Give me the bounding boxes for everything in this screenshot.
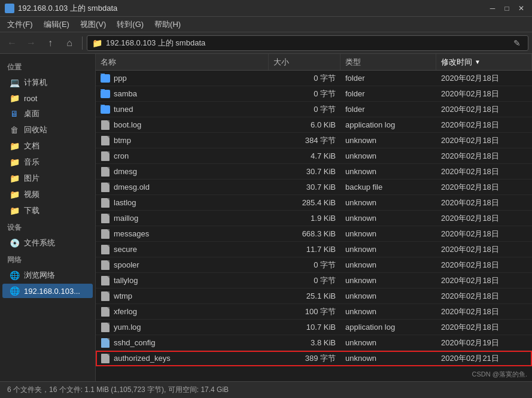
- table-row[interactable]: secure11.7 KiBunknown2020年02月18日: [96, 242, 532, 257]
- table-row[interactable]: tallylog0 字节unknown2020年02月18日: [96, 273, 532, 288]
- sidebar-item-root[interactable]: 📁 root: [2, 91, 93, 105]
- file-modified-cell: 2020年02月18日: [436, 229, 532, 239]
- table-row[interactable]: tuned0 字节folder2020年02月18日: [96, 102, 532, 117]
- table-row[interactable]: messages668.3 KiBunknown2020年02月18日: [96, 226, 532, 242]
- file-type-cell: unknown: [341, 291, 436, 300]
- sidebar-label-docs: 文档: [24, 141, 39, 151]
- table-row[interactable]: samba0 字节folder2020年02月18日: [96, 86, 532, 102]
- status-bar: 6 个文件夹，16 个文件: 1.1 MiB (1,105,723 字节), 可…: [0, 381, 532, 398]
- file-size-cell: 0 字节: [269, 104, 341, 115]
- table-row[interactable]: dmesg.old30.7 KiBbackup file2020年02月18日: [96, 180, 532, 195]
- toolbar: ← → ↑ ⌂ 📁 192.168.0.103 上的 smbdata ✎: [0, 32, 532, 54]
- file-name-cell: lastlog: [96, 198, 269, 208]
- menu-bar: 文件(F)编辑(E)视图(V)转到(G)帮助(H): [0, 17, 532, 32]
- col-modified[interactable]: 修改时间 ▼: [436, 54, 532, 70]
- up-button[interactable]: ↑: [42, 35, 59, 51]
- table-row[interactable]: btmp384 字节unknown2020年02月18日: [96, 133, 532, 148]
- sidebar-item-images[interactable]: 📁 图片: [2, 171, 93, 186]
- file-type-cell: unknown: [341, 198, 436, 207]
- table-row[interactable]: boot.log6.0 KiBapplication log2020年02月18…: [96, 117, 532, 133]
- minimize-button[interactable]: ─: [487, 3, 498, 14]
- table-row[interactable]: spooler0 字节unknown2020年02月18日: [96, 257, 532, 273]
- file-modified-cell: 2020年02月18日: [436, 260, 532, 271]
- file-modified-cell: 2020年02月18日: [436, 120, 532, 130]
- menu-item[interactable]: 视图(V): [75, 18, 111, 31]
- table-row[interactable]: authorized_keys389 字节unknown2020年02月21日: [96, 351, 532, 366]
- file-size-cell: 3.8 KiB: [269, 338, 341, 347]
- table-row[interactable]: maillog1.9 KiBunknown2020年02月18日: [96, 211, 532, 226]
- file-type-cell: unknown: [341, 276, 436, 285]
- col-size[interactable]: 大小: [269, 54, 341, 70]
- file-name: samba: [114, 89, 137, 98]
- table-row[interactable]: yum.log10.7 KiBapplication log2020年02月18…: [96, 320, 532, 335]
- file-size-cell: 4.7 KiB: [269, 151, 341, 160]
- file-type-cell: unknown: [341, 229, 436, 238]
- file-size-cell: 25.1 KiB: [269, 291, 341, 300]
- sidebar-item-192168[interactable]: 🌐 192.168.0.103...: [2, 284, 93, 298]
- file-name: secure: [114, 245, 137, 254]
- table-row[interactable]: xferlog100 字节unknown2020年02月18日: [96, 304, 532, 320]
- file-size-cell: 1.9 KiB: [269, 214, 341, 223]
- sidebar-label-desktop: 桌面: [24, 108, 39, 119]
- file-name-cell: tuned: [96, 105, 269, 114]
- file-modified-cell: 2020年02月18日: [436, 151, 532, 162]
- menu-item[interactable]: 文件(F): [2, 18, 38, 31]
- status-text: 6 个文件夹，16 个文件: 1.1 MiB (1,105,723 字节), 可…: [7, 385, 229, 395]
- places-label: 位置: [0, 59, 95, 74]
- sidebar-item-docs[interactable]: 📁 文档: [2, 138, 93, 154]
- network-label: 网络: [0, 251, 95, 267]
- sidebar-item-filesystem[interactable]: 💿 文件系统: [2, 235, 93, 251]
- title-bar: 192.168.0.103 上的 smbdata ─ □ ✕: [0, 0, 532, 17]
- file-icon: [101, 151, 110, 161]
- menu-item[interactable]: 编辑(E): [39, 18, 74, 31]
- close-button[interactable]: ✕: [515, 3, 527, 14]
- menu-item[interactable]: 帮助(H): [150, 18, 186, 31]
- file-name: messages: [114, 229, 149, 238]
- file-icon: [101, 136, 110, 145]
- file-modified-cell: 2020年02月18日: [436, 198, 532, 208]
- file-modified-cell: 2020年02月18日: [436, 306, 532, 317]
- table-row[interactable]: lastlog285.4 KiBunknown2020年02月18日: [96, 195, 532, 211]
- sidebar-label-root: root: [24, 94, 37, 103]
- sidebar-item-music[interactable]: 📁 音乐: [2, 154, 93, 170]
- sidebar-label-video: 视频: [24, 189, 39, 200]
- table-row[interactable]: sshd_config3.8 KiBunknown2020年02月19日: [96, 335, 532, 351]
- file-type-cell: folder: [341, 74, 436, 83]
- file-type-cell: application log: [341, 323, 436, 332]
- sidebar-item-browse-network[interactable]: 🌐 浏览网络: [2, 268, 93, 283]
- file-type-cell: unknown: [341, 338, 436, 347]
- devices-label: 设备: [0, 219, 95, 235]
- address-bar[interactable]: 📁 192.168.0.103 上的 smbdata ✎: [87, 35, 528, 51]
- file-list: ppp0 字节folder2020年02月18日samba0 字节folder2…: [96, 71, 532, 381]
- table-row[interactable]: dmesg30.7 KiBunknown2020年02月18日: [96, 164, 532, 180]
- file-type-cell: application log: [341, 120, 436, 129]
- table-row[interactable]: cron4.7 KiBunknown2020年02月18日: [96, 148, 532, 164]
- table-row[interactable]: wtmp25.1 KiBunknown2020年02月18日: [96, 288, 532, 304]
- file-table-header: 名称 大小 类型 修改时间 ▼: [96, 54, 532, 71]
- file-size-cell: 389 字节: [269, 353, 341, 364]
- sidebar-item-trash[interactable]: 🗑 回收站: [2, 122, 93, 138]
- file-icon: [101, 214, 110, 223]
- forward-button[interactable]: →: [23, 35, 39, 51]
- col-type[interactable]: 类型: [341, 54, 436, 70]
- address-edit-button[interactable]: ✎: [511, 37, 523, 49]
- sidebar-item-download[interactable]: 📁 下载: [2, 203, 93, 218]
- maximize-button[interactable]: □: [501, 3, 513, 14]
- file-icon: [101, 276, 110, 285]
- file-name-cell: dmesg.old: [96, 183, 269, 192]
- sidebar-item-desktop[interactable]: 🖥 桌面: [2, 106, 93, 121]
- file-name: cron: [114, 151, 129, 160]
- file-name: boot.log: [114, 120, 141, 129]
- table-row[interactable]: ppp0 字节folder2020年02月18日: [96, 71, 532, 86]
- file-icon: [101, 307, 110, 317]
- home-button[interactable]: ⌂: [61, 35, 78, 51]
- file-modified-cell: 2020年02月18日: [436, 244, 532, 255]
- sidebar-item-video[interactable]: 📁 视频: [2, 187, 93, 202]
- back-button[interactable]: ←: [4, 35, 20, 51]
- file-name: ppp: [114, 74, 127, 83]
- file-size-cell: 0 字节: [269, 73, 341, 84]
- sidebar-label-computer: 计算机: [24, 77, 47, 88]
- sidebar-item-computer[interactable]: 💻 计算机: [2, 75, 93, 90]
- menu-item[interactable]: 转到(G): [112, 18, 148, 31]
- col-name[interactable]: 名称: [96, 54, 269, 70]
